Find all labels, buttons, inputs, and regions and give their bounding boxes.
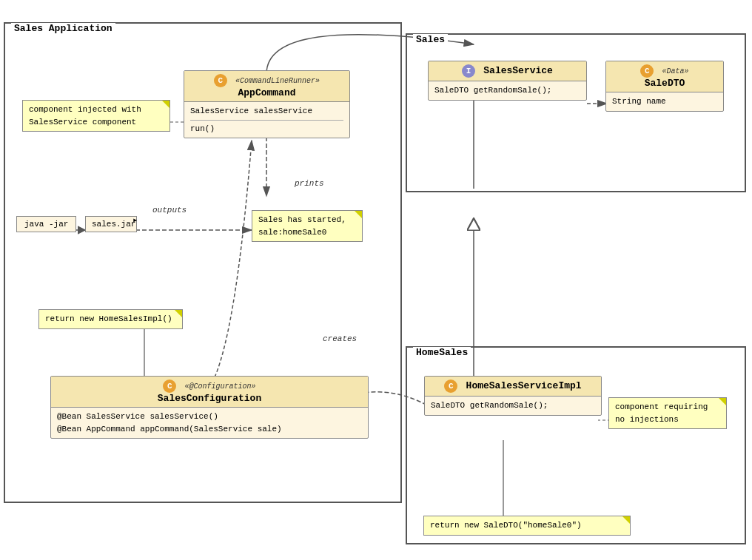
app-command-icon: C	[214, 74, 227, 87]
sale-dto-icon: C	[640, 64, 654, 78]
sales-config-method1: @Bean SalesService salesService()	[57, 411, 362, 423]
outputs-label: outputs	[152, 206, 187, 215]
sales-service-class: I SalesService SaleDTO getRandomSale();	[428, 61, 587, 101]
sale-dto-body: String name	[606, 92, 723, 111]
home-sales-impl-body: SaleDTO getRandomSale();	[425, 397, 601, 415]
prints-label: prints	[295, 179, 324, 188]
sales-jar-artifact: sales.jar	[85, 216, 137, 232]
sale-dto-name: SaleDTO	[612, 78, 717, 89]
sales-service-icon: I	[462, 64, 475, 78]
injected-note: component injected withSalesService comp…	[22, 100, 170, 132]
sales-configuration-class: C «@Configuration» SalesConfiguration @B…	[50, 376, 369, 439]
app-command-method: run()	[190, 123, 343, 135]
injected-note-text: component injected withSalesService comp…	[29, 105, 141, 126]
sales-jar-text: sales.jar	[92, 220, 135, 229]
return-home-sales-note: return new HomeSalesImpl()	[38, 309, 183, 329]
sales-config-method2: @Bean AppCommand appCommand(SalesService…	[57, 423, 362, 436]
sale-dto-stereotype: «Data»	[662, 67, 689, 75]
sales-label: Sales	[413, 34, 448, 45]
app-command-class: C «CommandLineRunner» AppCommand SalesSe…	[184, 70, 350, 138]
java-jar-text: java -jar	[24, 220, 68, 229]
sale-dto-field: String name	[612, 95, 717, 108]
return-sale-dto-note: return new SaleDTO("homeSale0")	[423, 516, 631, 536]
home-sales-impl-icon: C	[444, 379, 457, 393]
app-command-stereotype: «CommandLineRunner»	[235, 77, 320, 85]
sales-output-text: Sales has started,sale:homeSale0	[258, 215, 346, 237]
diagram: Sales Application Sales HomeSales C «Com…	[0, 0, 752, 560]
sales-configuration-header: C «@Configuration» SalesConfiguration	[51, 377, 368, 408]
sales-configuration-name: SalesConfiguration	[57, 393, 362, 404]
no-injections-note-text: component requiring no injections	[615, 402, 708, 424]
home-sales-impl-class: C HomeSalesServiceImpl SaleDTO getRandom…	[424, 376, 602, 416]
java-jar-artifact: java -jar	[16, 216, 76, 232]
return-sale-dto-text: return new SaleDTO("homeSale0")	[430, 521, 582, 530]
home-sales-impl-header: C HomeSalesServiceImpl	[425, 377, 601, 397]
sales-application-label: Sales Application	[11, 23, 115, 34]
sales-output-artifact: Sales has started,sale:homeSale0	[252, 210, 363, 242]
app-command-body: SalesService salesService run()	[184, 102, 349, 138]
sale-dto-class: C «Data» SaleDTO String name	[605, 61, 724, 112]
app-command-field: SalesService salesService	[190, 105, 343, 118]
return-home-sales-text: return new HomeSalesImpl()	[45, 314, 172, 323]
sales-service-name: SalesService	[483, 65, 553, 76]
sales-boundary: Sales	[406, 33, 746, 192]
home-sales-impl-method: SaleDTO getRandomSale();	[431, 399, 595, 412]
sales-configuration-body: @Bean SalesService salesService() @Bean …	[51, 408, 368, 438]
app-command-name: AppCommand	[190, 87, 343, 98]
creates-label: creates	[323, 334, 357, 343]
homesales-label: HomeSales	[413, 347, 471, 358]
sale-dto-header: C «Data» SaleDTO	[606, 61, 723, 92]
sales-service-method: SaleDTO getRandomSale();	[434, 84, 580, 97]
home-sales-impl-name: HomeSalesServiceImpl	[466, 380, 582, 391]
sales-service-body: SaleDTO getRandomSale();	[429, 81, 586, 100]
no-injections-note: component requiring no injections	[608, 397, 727, 429]
sales-service-header: I SalesService	[429, 61, 586, 81]
sales-configuration-stereotype: «@Configuration»	[185, 382, 256, 391]
sales-configuration-icon: C	[163, 379, 176, 393]
app-command-header: C «CommandLineRunner» AppCommand	[184, 71, 349, 102]
